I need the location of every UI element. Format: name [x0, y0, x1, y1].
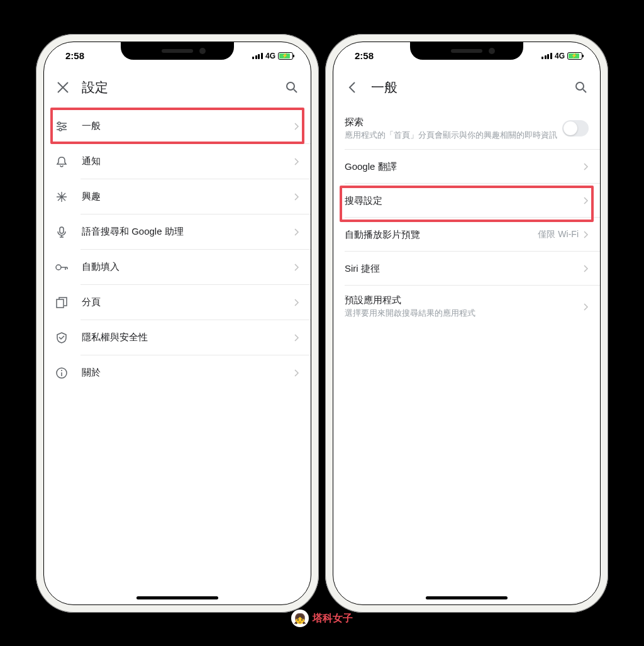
svg-point-1 [58, 122, 60, 125]
list-item-sub: 選擇要用來開啟搜尋結果的應用程式 [345, 308, 584, 320]
list-item-label: 分頁 [82, 296, 280, 308]
list-item-label: 關於 [82, 367, 280, 379]
list-item-search-settings[interactable]: 搜尋設定 [333, 184, 600, 218]
svg-point-9 [576, 82, 584, 90]
list-item-default-app[interactable]: 預設應用程式 選擇要用來開啟搜尋結果的應用程式 [333, 286, 600, 328]
battery-icon: ⚡ [278, 52, 293, 60]
svg-point-2 [63, 125, 65, 128]
bell-icon [55, 155, 68, 168]
page-title: 一般 [371, 79, 562, 96]
chevron-right-icon [294, 369, 299, 377]
home-indicator[interactable] [136, 596, 218, 599]
list-item-label: Google 翻譯 [345, 161, 584, 173]
list-item-label: 預設應用程式 [345, 294, 584, 306]
list-item-label: 探索 [345, 116, 562, 128]
svg-point-5 [56, 265, 61, 270]
list-item-label: 一般 [82, 120, 280, 132]
list-item-siri[interactable]: Siri 捷徑 [333, 252, 600, 286]
list-item-voice[interactable]: 語音搜尋和 Google 助理 [44, 214, 311, 250]
signal-icon [252, 53, 263, 59]
chevron-right-icon [294, 123, 299, 130]
general-list: 探索 應用程式的「首頁」分頁會顯示與你的興趣相關的即時資訊 Google 翻譯 … [333, 105, 600, 328]
svg-point-3 [59, 128, 62, 131]
status-time: 2:58 [62, 50, 84, 61]
list-item-autofill[interactable]: 自動填入 [44, 250, 311, 285]
list-item-interests[interactable]: 興趣 [44, 179, 311, 214]
back-icon[interactable] [345, 80, 360, 95]
screen-left: 2:58 4G ⚡ 設定 一般 [43, 42, 311, 605]
close-icon[interactable] [55, 80, 70, 95]
mic-icon [55, 226, 68, 238]
list-item-autoplay[interactable]: 自動播放影片預覽 僅限 Wi-Fi [333, 218, 600, 252]
list-item-label: 興趣 [82, 191, 280, 203]
settings-list: 一般 通知 興趣 語音搜尋和 Googl [44, 105, 311, 394]
network-label: 4G [555, 52, 565, 60]
chevron-right-icon [294, 334, 299, 342]
list-item-tabs[interactable]: 分頁 [44, 285, 311, 320]
chevron-right-icon [294, 228, 299, 236]
list-item-label: 搜尋設定 [345, 195, 584, 207]
watermark: 👧 塔科女子 [291, 610, 353, 627]
shield-icon [55, 331, 68, 344]
network-label: 4G [265, 52, 275, 60]
list-item-translate[interactable]: Google 翻譯 [333, 150, 600, 184]
chevron-right-icon [584, 163, 589, 170]
list-item-general[interactable]: 一般 [44, 109, 311, 144]
page-header: 一般 [333, 70, 600, 105]
screen-right: 2:58 4G ⚡ 一般 探索 應用程式的「首頁」分頁會顯示與你的興趣相關的即時… [333, 42, 601, 605]
sliders-icon [55, 120, 68, 133]
search-icon[interactable] [284, 80, 299, 95]
page-title: 設定 [82, 79, 273, 96]
list-item-label: 語音搜尋和 Google 助理 [82, 226, 280, 238]
info-icon [55, 367, 68, 379]
list-item-label: 隱私權與安全性 [82, 331, 280, 343]
list-item-notifications[interactable]: 通知 [44, 144, 311, 179]
chevron-right-icon [584, 265, 589, 272]
list-item-sub: 應用程式的「首頁」分頁會顯示與你的興趣相關的即時資訊 [345, 130, 562, 142]
watermark-avatar-icon: 👧 [291, 610, 309, 627]
page-header: 設定 [44, 70, 311, 105]
list-item-explore[interactable]: 探索 應用程式的「首頁」分頁會顯示與你的興趣相關的即時資訊 [333, 108, 600, 150]
chevron-right-icon [584, 231, 589, 238]
status-right: 4G ⚡ [252, 52, 293, 60]
signal-icon [541, 53, 552, 59]
chevron-right-icon [294, 193, 299, 201]
list-item-value: 僅限 Wi-Fi [538, 229, 579, 240]
chevron-right-icon [294, 299, 299, 306]
svg-rect-4 [60, 227, 64, 233]
key-icon [55, 261, 68, 274]
list-item-label: 自動播放影片預覽 [345, 229, 538, 241]
list-item-label: 通知 [82, 155, 280, 167]
list-item-label: Siri 捷徑 [345, 263, 584, 275]
toggle-switch[interactable] [562, 120, 589, 136]
phone-left: 2:58 4G ⚡ 設定 一般 [36, 34, 319, 613]
svg-point-8 [61, 370, 62, 371]
star-icon [55, 191, 68, 203]
list-item-privacy[interactable]: 隱私權與安全性 [44, 320, 311, 355]
phone-right: 2:58 4G ⚡ 一般 探索 應用程式的「首頁」分頁會顯示與你的興趣相關的即時… [325, 34, 608, 613]
copy-icon [55, 296, 68, 309]
notch [410, 42, 523, 60]
battery-icon: ⚡ [567, 52, 582, 60]
watermark-text: 塔科女子 [313, 612, 353, 625]
status-time: 2:58 [351, 50, 374, 61]
svg-point-0 [287, 82, 294, 90]
chevron-right-icon [584, 197, 589, 204]
list-item-about[interactable]: 關於 [44, 355, 311, 391]
svg-rect-6 [57, 299, 64, 308]
chevron-right-icon [294, 264, 299, 271]
notch [121, 42, 234, 60]
chevron-right-icon [294, 158, 299, 165]
chevron-right-icon [584, 303, 589, 311]
home-indicator[interactable] [426, 596, 508, 599]
search-icon[interactable] [574, 80, 589, 95]
list-item-label: 自動填入 [82, 261, 280, 273]
status-right: 4G ⚡ [541, 52, 582, 60]
